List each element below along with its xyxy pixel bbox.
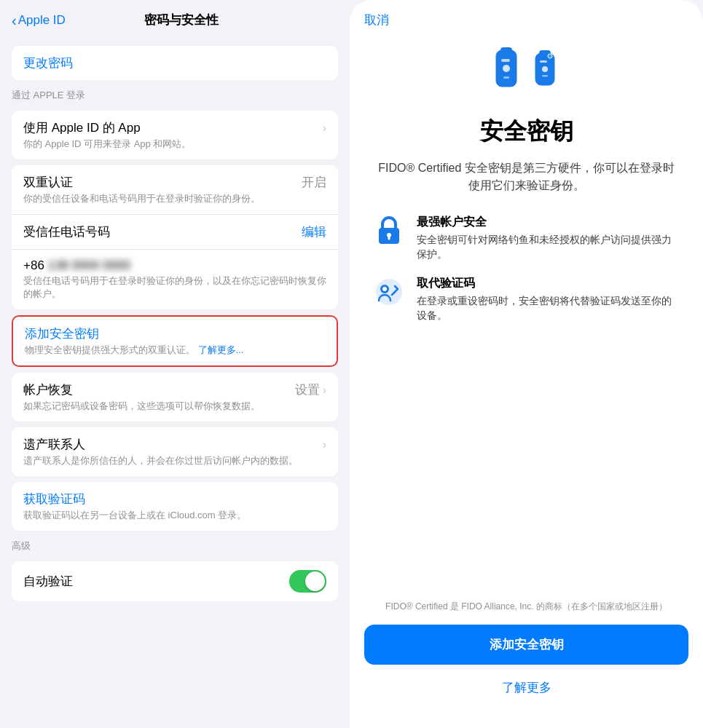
- phone-number-item: +86 138 0000 0000 受信任电话号码用于在登录时验证你的身份，以及…: [12, 250, 338, 309]
- feature1-desc: 安全密钥可针对网络钓鱼和未经授权的帐户访问提供强力保护。: [417, 233, 680, 261]
- svg-rect-13: [388, 237, 390, 240]
- feature-list: 最强帐户安全 安全密钥可针对网络钓鱼和未经授权的帐户访问提供强力保护。: [373, 215, 680, 323]
- svg-point-14: [376, 279, 402, 305]
- two-factor-label: 双重认证: [23, 174, 73, 191]
- legacy-contact-label: 遗产联系人: [23, 436, 85, 453]
- apple-id-app-item[interactable]: 使用 Apple ID 的 App › 你的 Apple ID 可用来登录 Ap…: [12, 111, 338, 159]
- right-content: 安全密钥 FIDO® Certified 安全密钥是第三方硬件，你可以在登录时使…: [350, 28, 703, 601]
- page-title: 密码与安全性: [68, 12, 338, 28]
- svg-rect-4: [503, 76, 509, 79]
- learn-more-button[interactable]: 了解更多: [493, 670, 560, 705]
- add-security-key-button[interactable]: 添加安全密钥: [364, 625, 688, 665]
- auto-auth-group: 自动验证: [12, 561, 338, 601]
- two-factor-value: 开启: [302, 174, 326, 191]
- lock-icon: [373, 215, 405, 247]
- phone-number: +86 138 0000 0000: [23, 258, 130, 272]
- cancel-button[interactable]: 取消: [364, 13, 389, 27]
- phone-masked: 138 0000 0000: [48, 258, 130, 273]
- apple-login-header: 通过 APPLE 登录: [0, 86, 350, 105]
- svg-rect-9: [542, 75, 548, 77]
- change-password-item[interactable]: 更改密码: [12, 46, 338, 80]
- account-recovery-value: 设置: [295, 381, 320, 398]
- learn-more-link[interactable]: 了解更多...: [198, 344, 244, 355]
- change-password-group: 更改密码: [12, 46, 338, 80]
- legacy-contact-item[interactable]: 遗产联系人 › 遗产联系人是你所信任的人，并会在你过世后访问帐户内的数据。: [12, 427, 338, 476]
- apple-id-app-sub: 你的 Apple ID 可用来登录 App 和网站。: [23, 138, 326, 151]
- feature-text-1: 最强帐户安全 安全密钥可针对网络钓鱼和未经授权的帐户访问提供强力保护。: [417, 215, 680, 261]
- account-recovery-sub: 如果忘记密码或设备密码，这些选项可以帮你恢复数据。: [23, 400, 326, 413]
- feature-item-1: 最强帐户安全 安全密钥可针对网络钓鱼和未经授权的帐户访问提供强力保护。: [373, 215, 680, 261]
- replace-code-icon: [373, 276, 405, 308]
- nav-bar: ‹ Apple ID 密码与安全性: [0, 0, 350, 34]
- security-key-sub: 物理安全密钥提供强大形式的双重认证。 了解更多...: [25, 344, 325, 357]
- toggle-thumb: [305, 571, 325, 591]
- two-factor-item: 双重认证 开启 你的受信任设备和电话号码用于在登录时验证你的身份。: [12, 165, 338, 215]
- legacy-contact-group: 遗产联系人 › 遗产联系人是你所信任的人，并会在你过世后访问帐户内的数据。: [12, 427, 338, 476]
- fido-notice: FIDO® Certified 是 FIDO Alliance, Inc. 的商…: [378, 601, 675, 613]
- legacy-contact-chevron-icon: ›: [323, 438, 326, 451]
- apple-id-app-group: 使用 Apple ID 的 App › 你的 Apple ID 可用来登录 Ap…: [12, 111, 338, 159]
- phone-prefix: +86: [23, 258, 44, 272]
- feature1-title: 最强帐户安全: [417, 215, 680, 230]
- right-description: FIDO® Certified 安全密钥是第三方硬件，你可以在登录时使用它们来验…: [373, 159, 680, 194]
- svg-point-10: [548, 54, 552, 58]
- right-title: 安全密钥: [480, 116, 573, 148]
- add-security-key-label: 添加安全密钥: [25, 325, 325, 342]
- security-key-item[interactable]: 添加安全密钥 物理安全密钥提供强大形式的双重认证。 了解更多...: [13, 317, 337, 365]
- verification-group: 获取验证码 获取验证码以在另一台设备上或在 iCloud.com 登录。: [12, 482, 338, 531]
- svg-point-8: [542, 66, 548, 72]
- account-recovery-label: 帐户恢复: [23, 381, 73, 398]
- right-header: 取消: [350, 0, 703, 28]
- account-recovery-group: 帐户恢复 设置 › 如果忘记密码或设备密码，这些选项可以帮你恢复数据。: [12, 373, 338, 422]
- trusted-phone-label: 受信任电话号码: [23, 223, 110, 240]
- security-key-icon: [490, 43, 563, 101]
- feature2-title: 取代验证码: [417, 276, 680, 291]
- right-footer: FIDO® Certified 是 FIDO Alliance, Inc. 的商…: [350, 601, 703, 728]
- get-verification-label: 获取验证码: [23, 491, 326, 507]
- feature2-desc: 在登录或重设密码时，安全密钥将代替验证码发送至你的设备。: [417, 294, 680, 323]
- svg-point-16: [382, 287, 387, 291]
- right-panel: 取消 安全密钥 FIDO® Certified 安全密钥是: [350, 0, 703, 728]
- verification-item[interactable]: 获取验证码 获取验证码以在另一台设备上或在 iCloud.com 登录。: [12, 482, 338, 531]
- trusted-phone-item: 受信任电话号码 编辑: [12, 215, 338, 250]
- svg-rect-7: [540, 60, 547, 63]
- auto-auth-item: 自动验证: [12, 561, 338, 601]
- apple-id-app-label: 使用 Apple ID 的 App: [23, 119, 141, 136]
- feature-item-2: 取代验证码 在登录或重设密码时，安全密钥将代替验证码发送至你的设备。: [373, 276, 680, 323]
- auto-auth-toggle[interactable]: [289, 570, 326, 593]
- account-recovery-item[interactable]: 帐户恢复 设置 › 如果忘记密码或设备密码，这些选项可以帮你恢复数据。: [12, 373, 338, 422]
- chevron-right-icon: ›: [323, 122, 326, 135]
- security-key-group: 添加安全密钥 物理安全密钥提供强大形式的双重认证。 了解更多...: [12, 315, 338, 367]
- auto-auth-label: 自动验证: [23, 573, 73, 590]
- left-panel: ‹ Apple ID 密码与安全性 更改密码 通过 APPLE 登录 使用 Ap…: [0, 0, 350, 728]
- legacy-contact-sub: 遗产联系人是你所信任的人，并会在你过世后访问帐户内的数据。: [23, 454, 326, 467]
- svg-point-3: [503, 65, 510, 72]
- account-recovery-chevron-icon: ›: [323, 384, 326, 397]
- back-label: Apple ID: [18, 13, 66, 28]
- two-factor-sub: 你的受信任设备和电话号码用于在登录时验证你的身份。: [23, 192, 326, 205]
- back-button[interactable]: ‹ Apple ID: [12, 13, 66, 28]
- svg-rect-2: [501, 59, 510, 62]
- feature-text-2: 取代验证码 在登录或重设密码时，安全密钥将代替验证码发送至你的设备。: [417, 276, 680, 323]
- trusted-phone-edit-button[interactable]: 编辑: [302, 223, 326, 240]
- svg-rect-1: [500, 47, 512, 53]
- change-password-label: 更改密码: [23, 56, 73, 70]
- back-chevron-icon: ‹: [12, 13, 17, 28]
- advanced-header: 高级: [0, 537, 350, 555]
- two-factor-group: 双重认证 开启 你的受信任设备和电话号码用于在登录时验证你的身份。 受信任电话号…: [12, 165, 338, 309]
- phone-sub: 受信任电话号码用于在登录时验证你的身份，以及在你忘记密码时恢复你的帐户。: [23, 274, 326, 301]
- get-verification-sub: 获取验证码以在另一台设备上或在 iCloud.com 登录。: [23, 509, 326, 522]
